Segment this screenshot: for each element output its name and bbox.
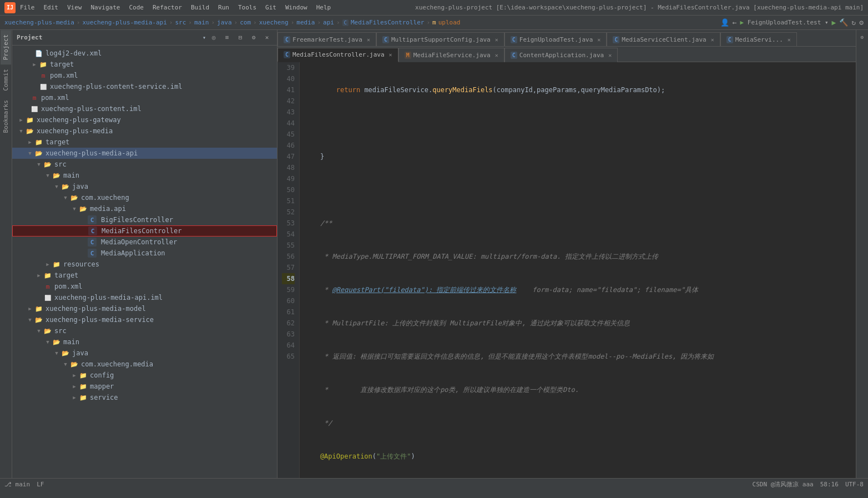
breadcrumb-media[interactable]: media	[296, 19, 315, 26]
build-button[interactable]: 🔨	[839, 18, 848, 27]
tree-item[interactable]: ⬜ xuecheng-plus-media-api.iml	[12, 292, 277, 303]
tab-close-button[interactable]: ✕	[495, 52, 498, 58]
tab-multipart[interactable]: C MultipartSupportConfig.java ✕	[376, 32, 504, 47]
collapse-all-button[interactable]: ⊟	[235, 32, 246, 43]
tree-item[interactable]: ⬜ xuecheng-plus-content-service.iml	[12, 81, 277, 92]
tab-mediaservice-client[interactable]: C MediaServiceClient.java ✕	[607, 32, 720, 47]
tab-mediafile-service[interactable]: M MediaFileService.java ✕	[398, 48, 504, 62]
tree-item-gateway[interactable]: ▶ 📁 xuecheng-plus-gateway	[12, 114, 277, 125]
tree-item[interactable]: ▶ 📁 service	[12, 392, 277, 403]
tree-item-bigfiles[interactable]: C BigFilesController	[12, 214, 277, 225]
back-icon[interactable]: ←	[733, 18, 737, 27]
run-config-dropdown[interactable]: ▶ FeignUploadTest.test ▾	[740, 19, 829, 26]
menu-edit[interactable]: Edit	[44, 4, 59, 11]
folder-open-icon: 📂	[43, 326, 52, 335]
tree-item-media-service[interactable]: ▼ 📂 xuecheng-plus-media-service	[12, 314, 277, 325]
breadcrumb-class[interactable]: MediaFilesController	[351, 19, 424, 26]
settings-tree-button[interactable]: ⚙	[248, 32, 259, 43]
tree-item-media[interactable]: ▼ 📂 xuecheng-plus-media	[12, 125, 277, 137]
tab-close-button[interactable]: ✕	[389, 52, 392, 58]
breadcrumb-main[interactable]: main	[194, 19, 209, 26]
menu-build[interactable]: Build	[191, 4, 209, 11]
tree-item[interactable]: ▶ 📁 mapper	[12, 381, 277, 392]
code-editor[interactable]: 39 40 41 42 43 44 45 46 47 48 49 50 51 5…	[277, 62, 856, 478]
tree-item[interactable]: ▼ 📂 com.xuecheng	[12, 192, 277, 203]
tab-close-button[interactable]: ✕	[367, 37, 370, 43]
tree-item[interactable]: ▶ 📁 resources	[12, 259, 277, 270]
tree-item[interactable]: 📄 log4j2-dev.xml	[12, 48, 277, 59]
commit-tab[interactable]: Commit	[1, 64, 11, 95]
tree-item[interactable]: ▼ 📂 java	[12, 181, 277, 192]
update-button[interactable]: ↻	[851, 18, 856, 27]
tab-mediaservi[interactable]: C MediaServi... ✕	[720, 32, 797, 47]
menu-file[interactable]: File	[20, 4, 35, 11]
tree-item-mediaapp[interactable]: C MediaApplication	[12, 248, 277, 259]
tree-item[interactable]: ▼ 📂 src	[12, 159, 277, 170]
menu-run[interactable]: Run	[218, 4, 229, 11]
breadcrumb-api[interactable]: api	[323, 19, 334, 26]
tree-item[interactable]: ▶ 📁 target	[12, 270, 277, 281]
tree-item[interactable]: ⬜ xuecheng-plus-content.iml	[12, 103, 277, 114]
tab-content-app[interactable]: C ContentApplication.java ✕	[504, 48, 618, 62]
code-line-42	[304, 184, 851, 195]
breadcrumb-java[interactable]: java	[217, 19, 232, 26]
tree-item[interactable]: ▶ 📁 config	[12, 370, 277, 381]
tree-item[interactable]: ▼ 📂 java	[12, 348, 277, 359]
tree-item[interactable]: ▶ 📁 target	[12, 59, 277, 70]
tree-item[interactable]: ▼ 📂 src	[12, 325, 277, 336]
tree-item[interactable]: ▼ 📂 main	[12, 170, 277, 181]
tree-item[interactable]: ▼ 📂 media.api	[12, 203, 277, 214]
tree-item[interactable]: m pom.xml	[12, 281, 277, 292]
close-panel-button[interactable]: ✕	[261, 32, 272, 43]
tree-item[interactable]: ▼ 📂 com.xuecheng.media	[12, 359, 277, 370]
breadcrumb-class-icon: C	[342, 19, 349, 26]
tree-item[interactable]: m pom.xml	[12, 70, 277, 81]
code-line-39: return mediaFileService.queryMediaFiels(…	[304, 84, 851, 95]
menu-refactor[interactable]: Refactor	[153, 4, 182, 11]
code-content[interactable]: return mediaFileService.queryMediaFiels(…	[300, 62, 856, 478]
breadcrumb-xuecheng[interactable]: xuecheng	[259, 19, 289, 26]
project-dropdown[interactable]: ▾	[203, 34, 206, 41]
vcs-icon[interactable]: 👤	[720, 18, 729, 27]
tab-close-button[interactable]: ✕	[495, 37, 498, 43]
pom-icon: m	[43, 282, 52, 291]
breadcrumb-module[interactable]: xuecheng-plus-media-api	[82, 19, 166, 26]
tree-item-mediaopen[interactable]: C MediaOpenController	[12, 237, 277, 248]
menu-view[interactable]: View	[67, 4, 82, 11]
tab-feign[interactable]: C FeignUploadTest.java ✕	[504, 32, 607, 47]
menu-code[interactable]: Code	[129, 4, 144, 11]
tab-freemarker[interactable]: C FreemarkerTest.java ✕	[277, 32, 376, 47]
breadcrumb-src[interactable]: src	[175, 19, 186, 26]
tab-mediafiles-controller[interactable]: C MediaFilesController.java ✕	[277, 48, 398, 62]
menu-git[interactable]: Git	[265, 4, 276, 11]
locate-in-tree-button[interactable]: ◎	[208, 32, 219, 43]
settings-button[interactable]: ⚙	[859, 18, 864, 27]
run-config-icon: ▶	[740, 19, 744, 26]
tree-item-media-api[interactable]: ▼ 📂 xuecheng-plus-media-api	[12, 148, 277, 159]
menu-tools[interactable]: Tools	[238, 4, 256, 11]
editor-area: C FreemarkerTest.java ✕ C MultipartSuppo…	[277, 30, 856, 478]
tab-close-button[interactable]: ✕	[608, 52, 612, 58]
folder-icon: 📁	[79, 371, 88, 380]
right-sidebar-btn[interactable]: ⚙	[857, 32, 867, 42]
tab-icon: C	[613, 36, 619, 43]
run-button[interactable]: ▶	[832, 18, 836, 27]
tree-item-media-model[interactable]: ▶ 📁 xuecheng-plus-media-model	[12, 303, 277, 314]
tree-item[interactable]: m pom.xml	[12, 92, 277, 103]
menu-navigate[interactable]: Navigate	[91, 4, 120, 11]
tab-close-button[interactable]: ✕	[597, 37, 600, 43]
project-tab[interactable]: Project	[1, 30, 11, 64]
menu-bar[interactable]: File Edit View Navigate Code Refactor Bu…	[20, 4, 331, 11]
tree-item[interactable]: ▼ 📂 main	[12, 336, 277, 348]
menu-help[interactable]: Help	[316, 4, 331, 11]
tab-close-button[interactable]: ✕	[788, 37, 791, 43]
breadcrumb-project[interactable]: xuecheng-plus-media	[4, 19, 74, 26]
tree-item-mediafiles[interactable]: C MediaFilesController	[12, 225, 277, 237]
tree-item[interactable]: ▶ 📁 target	[12, 137, 277, 148]
menu-window[interactable]: Window	[285, 4, 307, 11]
breadcrumb-com[interactable]: com	[240, 19, 251, 26]
bookmarks-tab[interactable]: Bookmarks	[1, 95, 11, 138]
scroll-from-source-button[interactable]: ≡	[221, 32, 233, 43]
tab-close-button[interactable]: ✕	[711, 37, 714, 43]
tab-label: MediaFilesController.java	[292, 51, 385, 58]
